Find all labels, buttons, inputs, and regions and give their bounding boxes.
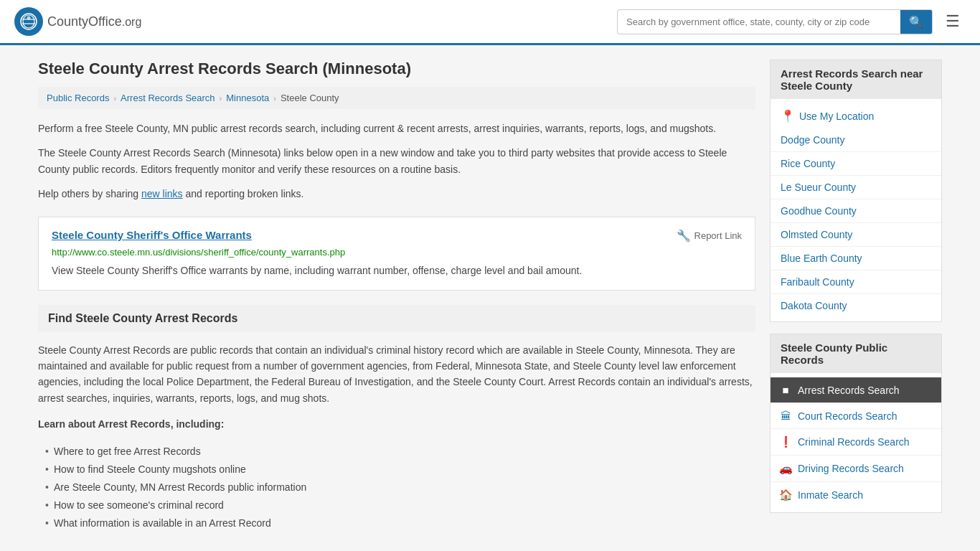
driving-icon: 🚗 (779, 462, 792, 475)
list-item: Where to get free Arrest Records (45, 443, 755, 461)
blueearth-county-link[interactable]: Blue Earth County (781, 253, 862, 264)
menu-icon: ☰ (946, 12, 960, 30)
breadcrumb-sep-1: › (113, 94, 116, 103)
breadcrumb-sep-2: › (220, 94, 222, 103)
nearby-body: 📍 Use My Location Dodge County Rice Coun… (771, 99, 941, 321)
goodhue-county-link[interactable]: Goodhue County (781, 205, 857, 217)
resource-url[interactable]: http://www.co.steele.mn.us/divisions/she… (52, 247, 742, 258)
breadcrumb-arrest-records[interactable]: Arrest Records Search (121, 93, 215, 103)
learn-list: Where to get free Arrest Records How to … (38, 443, 755, 533)
breadcrumb-minnesota[interactable]: Minnesota (226, 93, 269, 103)
pub-rec-arrest[interactable]: ■ Arrest Records Search (771, 377, 941, 403)
list-item: Are Steele County, MN Arrest Records pub… (45, 479, 755, 496)
sidebar-item-goodhue[interactable]: Goodhue County (771, 199, 941, 223)
report-link[interactable]: 🔧 Report Link (677, 229, 742, 242)
resource-card: Steele County Sheriff's Office Warrants … (38, 217, 755, 291)
arrest-label: Arrest Records Search (798, 385, 900, 396)
find-section-header: Find Steele County Arrest Records (38, 305, 755, 332)
sidebar: Arrest Records Search near Steele County… (770, 60, 942, 532)
breadcrumb-sep-3: › (273, 94, 276, 103)
resource-description: View Steele County Sheriff's Office warr… (52, 263, 742, 278)
public-records-section: Steele County Public Records ■ Arrest Re… (770, 334, 942, 513)
pub-rec-court[interactable]: 🏛 Court Records Search (771, 403, 941, 429)
court-icon: 🏛 (779, 410, 792, 422)
nearby-heading: Arrest Records Search near Steele County (771, 60, 941, 99)
header-actions: 🔍 ☰ (617, 9, 966, 34)
pub-rec-inmate[interactable]: 🏠 Inmate Search (771, 482, 941, 508)
list-item: How to find Steele County mugshots onlin… (45, 461, 755, 479)
sidebar-item-olmsted[interactable]: Olmsted County (771, 223, 941, 247)
court-link[interactable]: Court Records Search (798, 410, 897, 422)
dakota-county-link[interactable]: Dakota County (781, 300, 847, 311)
breadcrumb-steele-county: Steele County (281, 93, 339, 103)
use-my-location-link[interactable]: Use My Location (799, 110, 874, 122)
sidebar-item-dodge[interactable]: Dodge County (771, 128, 941, 152)
find-heading: Find Steele County Arrest Records (48, 312, 745, 325)
description-1: Perform a free Steele County, MN public … (38, 121, 755, 136)
use-my-location[interactable]: 📍 Use My Location (771, 103, 941, 128)
resource-header: Steele County Sheriff's Office Warrants … (52, 229, 742, 242)
criminal-icon: ❗ (779, 435, 792, 448)
find-body: Steele County Arrest Records are public … (38, 342, 755, 533)
public-records-body: ■ Arrest Records Search 🏛 Court Records … (771, 373, 941, 512)
logo-icon (14, 7, 43, 36)
main-container: Steele County Arrest Records Search (Min… (24, 45, 956, 547)
sidebar-item-faribault[interactable]: Faribault County (771, 270, 941, 294)
search-icon: 🔍 (909, 16, 923, 28)
dodge-county-link[interactable]: Dodge County (781, 134, 845, 146)
pub-rec-driving[interactable]: 🚗 Driving Records Search (771, 456, 941, 482)
sidebar-item-blueearth[interactable]: Blue Earth County (771, 247, 941, 270)
content-area: Steele County Arrest Records Search (Min… (38, 60, 755, 532)
arrest-icon: ■ (779, 384, 792, 396)
criminal-link[interactable]: Criminal Records Search (798, 436, 910, 448)
list-item: How to see someone's criminal record (45, 496, 755, 514)
breadcrumb: Public Records › Arrest Records Search ›… (38, 87, 755, 109)
logo-suffix: .org (122, 16, 142, 28)
find-description: Steele County Arrest Records are public … (38, 342, 755, 407)
pub-rec-criminal[interactable]: ❗ Criminal Records Search (771, 429, 941, 456)
sidebar-item-rice[interactable]: Rice County (771, 152, 941, 176)
logo-text: CountyOffice.org (47, 14, 141, 29)
report-icon: 🔧 (677, 229, 691, 242)
sidebar-item-dakota[interactable]: Dakota County (771, 294, 941, 317)
description-2: The Steele County Arrest Records Search … (38, 145, 755, 177)
olmsted-county-link[interactable]: Olmsted County (781, 229, 852, 240)
logo[interactable]: CountyOffice.org (14, 7, 141, 36)
page-title: Steele County Arrest Records Search (Min… (38, 60, 755, 78)
svg-point-3 (27, 17, 31, 20)
nearby-section: Arrest Records Search near Steele County… (770, 60, 942, 322)
location-pin-icon: 📍 (781, 109, 795, 123)
inmate-icon: 🏠 (779, 489, 792, 501)
description-area: Perform a free Steele County, MN public … (38, 121, 755, 202)
description-3: Help others by sharing new links and rep… (38, 186, 755, 202)
search-input[interactable] (618, 11, 900, 32)
new-links-link[interactable]: new links (141, 188, 183, 199)
site-header: CountyOffice.org 🔍 ☰ (0, 0, 980, 45)
rice-county-link[interactable]: Rice County (781, 158, 835, 169)
breadcrumb-public-records[interactable]: Public Records (47, 93, 109, 103)
faribault-county-link[interactable]: Faribault County (781, 276, 854, 288)
menu-button[interactable]: ☰ (940, 9, 966, 34)
report-link-label: Report Link (694, 230, 742, 241)
lesueur-county-link[interactable]: Le Sueur County (781, 182, 856, 193)
driving-link[interactable]: Driving Records Search (798, 463, 904, 474)
resource-title[interactable]: Steele County Sheriff's Office Warrants (52, 229, 252, 241)
list-item: What information is available in an Arre… (45, 514, 755, 532)
learn-heading: Learn about Arrest Records, including: (38, 416, 755, 432)
sidebar-item-lesueur[interactable]: Le Sueur County (771, 176, 941, 199)
inmate-link[interactable]: Inmate Search (798, 489, 863, 501)
public-records-heading: Steele County Public Records (771, 334, 941, 373)
search-button[interactable]: 🔍 (900, 10, 932, 34)
search-bar: 🔍 (617, 9, 933, 34)
